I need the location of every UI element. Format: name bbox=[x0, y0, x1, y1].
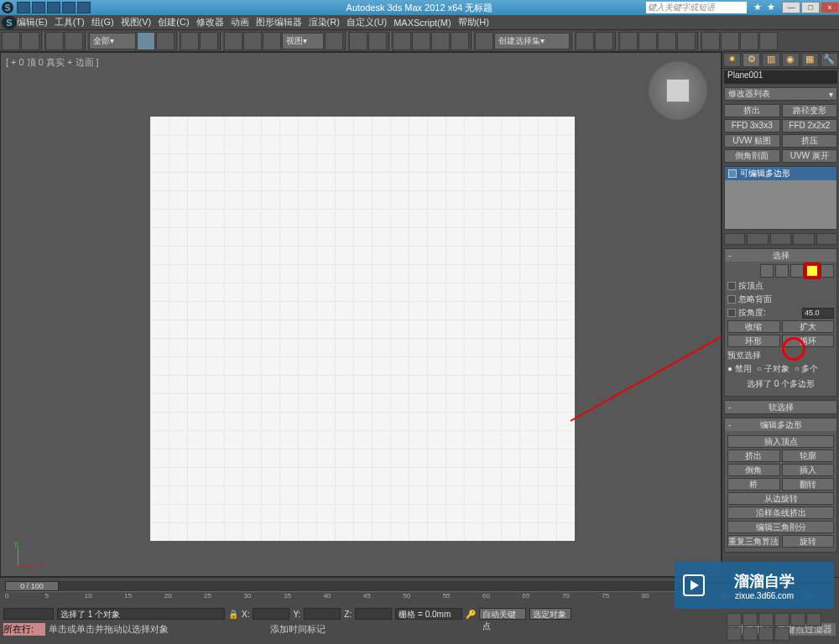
element-subobj-button[interactable] bbox=[821, 264, 834, 278]
angle-spinner[interactable]: 45.0 bbox=[802, 308, 834, 319]
mod-bevelprofile-button[interactable]: 倒角剖面 bbox=[724, 149, 780, 163]
angle-snap-button[interactable] bbox=[412, 32, 430, 50]
qat-button[interactable] bbox=[62, 2, 76, 13]
help-icon[interactable]: ★ bbox=[753, 2, 765, 13]
pin-stack-button[interactable] bbox=[724, 233, 745, 245]
shrink-button[interactable]: 收缩 bbox=[727, 320, 780, 333]
mod-uvw-button[interactable]: UVW 贴图 bbox=[724, 134, 780, 148]
nav-zoom-button[interactable] bbox=[743, 627, 758, 641]
extrude-spline-button[interactable]: 沿样条线挤出 bbox=[727, 506, 834, 519]
preview-off-radio[interactable]: ● 禁用 bbox=[727, 363, 752, 375]
app-menu-icon[interactable]: S bbox=[2, 16, 17, 29]
time-config-button[interactable] bbox=[806, 613, 821, 626]
z-field[interactable] bbox=[355, 608, 392, 620]
grow-button[interactable]: 扩大 bbox=[782, 320, 835, 333]
mod-uvwunwrap-button[interactable]: UVW 展开 bbox=[782, 149, 838, 163]
bevel-button[interactable]: 倒角 bbox=[727, 464, 780, 476]
layers-button[interactable] bbox=[619, 32, 638, 50]
spinner-snap-button[interactable] bbox=[451, 32, 469, 50]
select-name-button[interactable] bbox=[156, 32, 175, 50]
rollout-header[interactable]: 软选择 bbox=[725, 401, 836, 413]
location-label[interactable]: 所在行: bbox=[3, 623, 45, 636]
pivot-button[interactable] bbox=[325, 32, 343, 50]
select-button[interactable] bbox=[137, 32, 155, 50]
menu-view[interactable]: 视图(V) bbox=[121, 16, 152, 29]
stack-item-editablepoly[interactable]: 可编辑多边形 bbox=[725, 167, 836, 180]
keymode-button[interactable] bbox=[368, 32, 387, 50]
schematic-button[interactable] bbox=[658, 32, 676, 50]
show-result-button[interactable] bbox=[747, 233, 768, 245]
bridge-button[interactable]: 桥 bbox=[727, 478, 780, 491]
help-icon[interactable]: ★ bbox=[740, 2, 752, 13]
configure-button[interactable] bbox=[816, 233, 837, 245]
goto-end-button[interactable] bbox=[790, 613, 805, 626]
add-timemark-button[interactable]: 添加时间标记 bbox=[270, 623, 362, 636]
curve-editor-button[interactable] bbox=[638, 32, 657, 50]
display-tab[interactable]: ▦ bbox=[801, 53, 819, 67]
mod-pathdeform-button[interactable]: 路径变形 bbox=[782, 104, 838, 117]
x-field[interactable] bbox=[253, 608, 289, 620]
utilities-tab[interactable]: 🔧 bbox=[821, 53, 838, 67]
unlink-button[interactable] bbox=[65, 32, 83, 50]
play-button[interactable] bbox=[758, 613, 774, 626]
redo-button[interactable] bbox=[21, 32, 39, 50]
turn-button[interactable]: 旋转 bbox=[782, 535, 835, 548]
help-icon[interactable]: ★ bbox=[767, 2, 779, 13]
hinge-button[interactable]: 从边旋转 bbox=[727, 492, 834, 505]
mod-ffd222-button[interactable]: FFD 2x2x2 bbox=[782, 119, 838, 132]
qat-button[interactable] bbox=[77, 2, 91, 13]
minimize-button[interactable]: — bbox=[782, 2, 800, 13]
preview-multi-radio[interactable]: ○ 多个 bbox=[795, 363, 819, 375]
maxscript-mini[interactable] bbox=[3, 608, 54, 620]
remove-mod-button[interactable] bbox=[793, 233, 814, 245]
polygon-subobj-button[interactable] bbox=[805, 264, 819, 278]
selset-dropdown[interactable]: 选定对象 bbox=[529, 608, 571, 620]
extrude-button[interactable]: 挤出 bbox=[727, 449, 780, 462]
ring-button[interactable]: 环形 bbox=[727, 335, 780, 347]
lock-icon[interactable]: 🔒 bbox=[228, 610, 238, 619]
create-tab[interactable]: ✷ bbox=[723, 53, 741, 67]
modifier-list-dropdown[interactable]: 修改器列表▾ bbox=[724, 87, 837, 101]
nav-pan-button[interactable] bbox=[727, 627, 742, 641]
refcoord-dropdown[interactable]: 视图 ▾ bbox=[282, 33, 324, 49]
y-field[interactable] bbox=[304, 608, 341, 620]
menu-create[interactable]: 创建(C) bbox=[158, 16, 189, 29]
maximize-button[interactable]: □ bbox=[801, 2, 820, 13]
help-search-input[interactable]: 键入关键字或短语 bbox=[646, 2, 747, 13]
rollout-header[interactable]: 编辑多边形 bbox=[725, 418, 836, 431]
viewport-label[interactable]: [ + 0 顶 0 真实 + 边面 ] bbox=[6, 56, 99, 69]
scale-button[interactable] bbox=[263, 32, 281, 50]
render-frame-button[interactable] bbox=[721, 32, 739, 50]
prev-frame-button[interactable] bbox=[743, 613, 758, 626]
teapot-icon[interactable] bbox=[759, 32, 778, 50]
menu-group[interactable]: 组(G) bbox=[91, 16, 114, 29]
key-icon[interactable]: 🔑 bbox=[466, 610, 476, 619]
object-name-field[interactable]: Plane001 bbox=[724, 70, 837, 84]
insert-vertex-button[interactable]: 插入顶点 bbox=[727, 435, 834, 448]
menu-maxscript[interactable]: MAXScript(M) bbox=[393, 18, 451, 28]
window-crossing-button[interactable] bbox=[200, 32, 218, 50]
inset-button[interactable]: 插入 bbox=[782, 464, 835, 476]
flip-button[interactable]: 翻转 bbox=[782, 478, 835, 491]
nav-orbit-button[interactable] bbox=[758, 627, 774, 641]
qat-button[interactable] bbox=[32, 2, 45, 13]
selection-filter-dropdown[interactable]: 全部 ▾ bbox=[89, 33, 136, 49]
viewport[interactable]: [ + 0 顶 0 真实 + 边面 ] y x bbox=[0, 52, 722, 577]
rotate-button[interactable] bbox=[243, 32, 262, 50]
border-subobj-button[interactable] bbox=[790, 264, 804, 278]
menu-modifiers[interactable]: 修改器 bbox=[196, 16, 224, 29]
qat-button[interactable] bbox=[17, 2, 30, 13]
render-button[interactable] bbox=[740, 32, 758, 50]
align-button[interactable] bbox=[595, 32, 613, 50]
outline-button[interactable]: 轮廓 bbox=[782, 449, 835, 462]
named-selection-dropdown[interactable]: 创建选择集 ▾ bbox=[494, 33, 570, 49]
menu-rendering[interactable]: 渲染(R) bbox=[309, 16, 340, 29]
manip-button[interactable] bbox=[349, 32, 367, 50]
goto-start-button[interactable] bbox=[727, 613, 742, 626]
menu-grapheditors[interactable]: 图形编辑器 bbox=[256, 16, 302, 29]
time-slider-handle[interactable]: 0 / 100 bbox=[5, 581, 59, 591]
menu-customize[interactable]: 自定义(U) bbox=[347, 16, 387, 29]
menu-animation[interactable]: 动画 bbox=[231, 16, 249, 29]
modifier-stack[interactable]: 可编辑多边形 bbox=[724, 166, 837, 230]
ignore-back-checkbox[interactable] bbox=[727, 295, 736, 304]
